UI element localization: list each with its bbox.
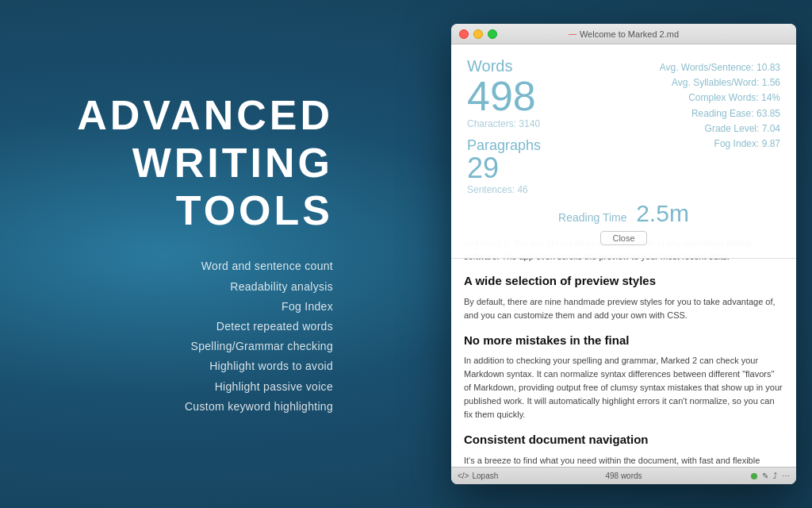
reading-time-row: Reading Time 2.5m: [467, 195, 780, 230]
feature-item: Custom keyword highlighting: [32, 396, 333, 416]
characters-stat: Characters: 3140: [467, 118, 541, 129]
avg-syllables-word: Avg. Syllables/Word: 1.56: [557, 75, 780, 90]
reading-time-label: Reading Time: [558, 211, 626, 224]
reading-time-value: 2.5m: [636, 200, 689, 226]
feature-item: Highlight words to avoid: [32, 356, 333, 376]
status-left: </> Lopash: [458, 471, 498, 480]
code-icon: </>: [458, 471, 469, 480]
section-heading-1: No more mistakes in the final: [464, 332, 783, 350]
window-controls: [459, 29, 497, 39]
sentences-stat: Sentences: 46: [467, 184, 541, 195]
section-heading-2: Consistent document navigation: [464, 431, 783, 449]
complex-words: Complex Words: 14%: [557, 90, 780, 106]
section-body-1: In addition to checking your spelling an…: [464, 354, 783, 421]
minimize-window-button[interactable]: [473, 29, 483, 39]
stats-left: Words 498 Characters: 3140 Paragraphs 29…: [467, 57, 541, 195]
macos-window: Welcome to Marked 2.md Words 498 Charact…: [451, 24, 796, 484]
main-title: ADVANCED WRITING TOOLS: [32, 92, 333, 234]
status-name: Lopash: [472, 471, 498, 480]
stats-close-button[interactable]: Close: [600, 231, 646, 245]
status-icon-edit: ✎: [762, 471, 768, 480]
feature-item: Readability analysis: [32, 276, 333, 296]
window-title: Welcome to Marked 2.md: [569, 29, 679, 39]
status-right: ✎ ⤴ ⋯: [751, 471, 790, 480]
title-bar: Welcome to Marked 2.md: [451, 24, 796, 44]
status-icon-more: ⋯: [782, 471, 790, 480]
left-panel: ADVANCED WRITING TOOLS Word and sentence…: [32, 92, 333, 417]
feature-item: Detect repeated words: [32, 317, 333, 337]
section-body-2: It's a breeze to find what you need with…: [464, 454, 783, 467]
fog-index: Fog Index: 9.87: [557, 137, 780, 152]
avg-words-sentence: Avg. Words/Sentence: 10.83: [557, 60, 780, 75]
stats-panel: Words 498 Characters: 3140 Paragraphs 29…: [451, 44, 796, 259]
feature-item: Highlight passive voice: [32, 376, 333, 396]
status-icon-share: ⤴: [773, 471, 777, 480]
reading-ease: Reading Ease: 63.85: [557, 106, 780, 121]
close-btn-row: Close: [467, 230, 780, 248]
section-body-0: By default, there are nine handmade prev…: [464, 295, 783, 322]
features-list: Word and sentence count Readability anal…: [32, 256, 333, 417]
feature-item: Word and sentence count: [32, 256, 333, 276]
section-heading-0: A wide selection of preview styles: [464, 272, 783, 291]
close-window-button[interactable]: [459, 29, 469, 39]
grade-level: Grade Level: 7.04: [557, 121, 780, 137]
feature-item: Spelling/Grammar checking: [32, 337, 333, 356]
feature-item: Fog Index: [32, 296, 333, 316]
status-dot-green: [751, 473, 757, 479]
stats-right: Avg. Words/Sentence: 10.83 Avg. Syllable…: [557, 57, 780, 195]
words-count: 498: [467, 75, 541, 117]
status-word-count: 498 words: [605, 471, 642, 480]
paragraphs-count: 29: [467, 154, 541, 183]
maximize-window-button[interactable]: [488, 29, 497, 39]
status-bar: </> Lopash 498 words ✎ ⤴ ⋯: [451, 467, 796, 484]
